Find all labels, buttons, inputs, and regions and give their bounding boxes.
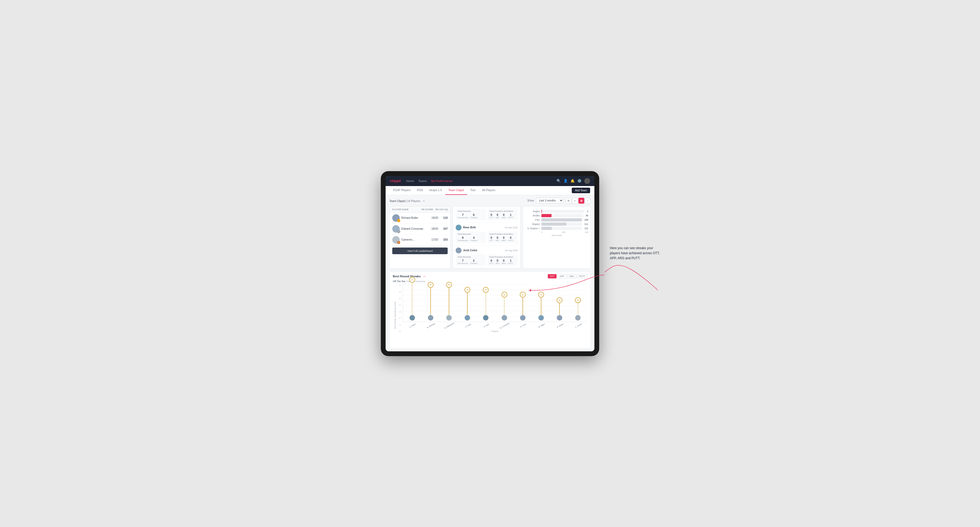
bar-pars: Pars 499 [525,218,588,221]
streak-name-4: J. Coles [465,323,471,328]
putt-val: 1 [510,213,512,216]
add-team-button[interactable]: Add Team [572,187,590,193]
josh-pa-group: Total Practice Activities 0 OTT 0 [488,254,518,266]
streak-name-2: B. McHarg [426,322,435,329]
josh-pa-label: Total Practice Activities [490,256,516,258]
player-score-1: 19/20 [431,216,438,219]
rees-app: 0 APP [496,236,500,242]
bar-val-eagles: 3 [587,210,588,213]
streak-col-ford: 4x D. Ford [514,285,532,322]
streak-columns-container: 7x E. Ebert 6x B. McHarg [402,285,587,322]
streak-line-3 [449,284,449,315]
josh-arg: 0 ARG [502,259,506,265]
ott-val: 0 [490,213,492,216]
avatar-2: 2 [392,225,400,233]
y-tick-3: 3 [399,311,401,313]
player-name-3: Cameron... [401,238,414,241]
edit-icon[interactable]: ✏ [423,200,425,203]
streak-col-butler: 3x R. Butler [550,285,569,322]
rees-tournament: 8 Tournament [458,236,468,242]
period-select[interactable]: Last 3 months Last 6 months Last 12 mont… [536,198,563,203]
y-tick-1: 1 [399,324,401,326]
streak-x-label: Players [402,330,587,332]
y-tick-7: 7 [399,285,401,287]
pa-label: Total Practice Activities [490,210,516,213]
ott-label: OTT [490,216,493,219]
subnav-team-clippd[interactable]: Team Clippd [445,186,467,195]
josh-app-l: APP [496,262,500,265]
streak-bubble-2: 6x [428,282,434,288]
streak-name-6: E. Crossman [500,322,510,329]
settings-icon[interactable]: ⚙️ [578,179,582,183]
tournament-col: 7 Tournament [458,213,468,219]
list-view-btn[interactable]: ≡ [572,198,578,204]
rees-ott-l: OTT [490,239,493,242]
view-full-leaderboard-button[interactable]: View Full Leaderboard [392,248,448,254]
bar-fill-birdies [541,214,552,217]
avatar[interactable] [584,178,590,184]
y-tick-4: 4 [399,304,401,306]
josh-date: 26 Aug 2023 [505,249,518,252]
total-rounds-label: Total Rounds [458,210,484,213]
josh-practice: 2 Practice [470,259,477,265]
streak-col-billingham: 6x D. Billingham [440,285,458,322]
bar-track-pars [541,218,582,221]
rank-badge-2: 2 [397,230,400,233]
hbar-axis: 0 200 400 [525,231,588,233]
nav-my-performance[interactable]: My Performance [431,179,453,183]
user-icon[interactable]: 👤 [563,179,568,183]
avatar-1: 1 [392,214,400,222]
streak-avatar-2 [428,315,434,321]
practice-col: 6 Practice [470,213,477,219]
lb-col-avg: PB AVG SQ [435,208,448,211]
streak-col-mcharg: 6x B. McHarg [421,285,440,322]
y-axis-label: Best Streak, Fairway Accuracy [393,285,397,346]
streak-bubble-9: 3x [557,297,562,303]
nav-icons: 🔍 👤 🔔 ⚙️ [557,178,590,184]
nav-home[interactable]: Home [406,179,414,183]
bar-bogeys: Bogeys 311 [525,222,588,226]
rees-pa-group: Total Practice Activities 0 OTT 0 [488,232,518,243]
subnav-hcaps[interactable]: Hcaps 1-5 [426,186,445,195]
show-label: Show [527,199,534,202]
practice-val: 6 [473,213,474,216]
team-title-area: Team Clippd | 14 Players ✏ [389,198,425,203]
bar-val-birdies: 96 [586,214,588,217]
card-view-btn[interactable]: ▦ [578,198,584,204]
josh-rounds-group: Total Rounds 7 Tournament 2 Pr [456,254,486,266]
streak-col-coles: 5x J. Coles [458,285,477,322]
filter-putt[interactable]: PUTT [577,274,587,278]
streak-line-1 [412,279,412,314]
josh-prac-label: Practice [470,262,477,265]
arg-col: 0 ARG [502,213,506,219]
player-3: 3 Cameron... [392,236,429,243]
subnav-all-players[interactable]: All Players [479,186,498,195]
bar-track-bogeys [541,222,582,226]
subnav-pgat[interactable]: PGAT Players [390,186,414,195]
grid-view-btn[interactable]: ⊞ [566,198,571,204]
chart-x-label: Total Shots [525,234,588,237]
practice-activities-group: Total Practice Activities 0 OTT 0 [488,209,518,220]
axis-200: 200 [562,231,566,233]
filter-arg[interactable]: ARG [567,274,576,278]
filter-ott[interactable]: OTT [548,274,557,278]
streak-avatar-7 [520,315,526,321]
nav-teams[interactable]: Teams [418,179,427,183]
rees-date: 02 Sep 2023 [505,226,518,229]
arrow-2 [605,265,658,290]
table-view-btn[interactable]: ↕ [585,198,591,204]
filter-app[interactable]: APP [557,274,566,278]
bar-val-dbogeys: 131 [584,227,588,230]
bar-label-birdies: Birdies [525,214,540,217]
bar-fill-dbogeys [541,227,552,230]
nav-links: Home Teams My Performance [406,179,551,183]
search-icon[interactable]: 🔍 [557,179,561,183]
bell-icon[interactable]: 🔔 [570,179,575,183]
bar-label-bogeys: Bogeys [525,223,540,225]
y-tick-5: 5 [399,298,401,300]
streak-name-8: M. Miller [538,323,545,328]
subnav-tour[interactable]: Tour [467,186,479,195]
subnav-pga[interactable]: PGA [414,186,426,195]
three-col-layout: PLAYER NAME PB SCORE PB AVG SQ 1 Richard… [389,206,591,268]
y-ticks: 7 6 5 4 3 2 1 0 [397,285,402,332]
